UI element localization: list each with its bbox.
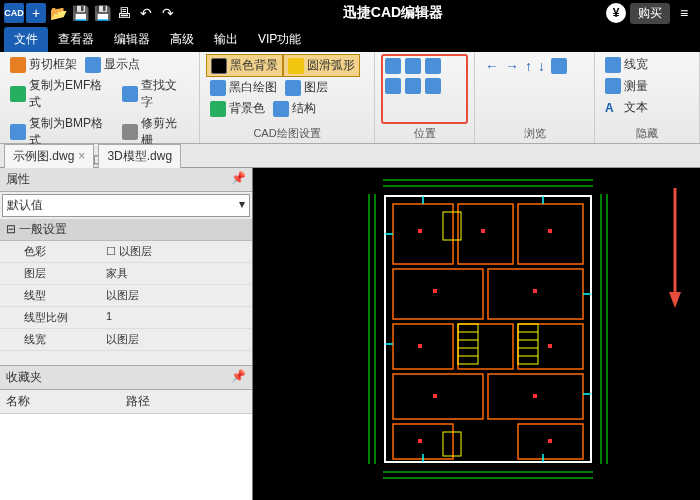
btn-bw-draw[interactable]: 黑白绘图 <box>206 77 281 98</box>
open-icon[interactable]: 📂 <box>48 3 68 23</box>
drawing-canvas[interactable] <box>253 168 700 500</box>
svg-rect-36 <box>518 324 538 364</box>
svg-rect-13 <box>518 204 583 264</box>
menu-icon[interactable]: ≡ <box>674 3 694 23</box>
tab-output[interactable]: 输出 <box>204 27 248 52</box>
prop-row-layer[interactable]: 图层家具 <box>0 263 252 285</box>
general-settings-header[interactable]: ⊟ 一般设置 <box>0 219 252 241</box>
prop-row-ltscale[interactable]: 线型比例1 <box>0 307 252 329</box>
tab-vip[interactable]: VIP功能 <box>248 27 311 52</box>
app-logo: CAD <box>4 3 24 23</box>
pos-icon-5[interactable] <box>405 78 421 94</box>
ribbon-group-tools: 剪切框架 显示点 复制为EMF格式 查找文字 复制为BMP格式 修剪光栅 工具 <box>0 52 200 143</box>
pin-icon[interactable]: 📌 <box>231 369 246 386</box>
btn-linewidth[interactable]: 线宽 <box>601 54 652 75</box>
ribbon-group-hide: 线宽 测量 A文本 隐藏 <box>595 52 700 143</box>
svg-rect-15 <box>488 269 583 319</box>
btn-structure[interactable]: 结构 <box>269 98 320 119</box>
arc-icon <box>288 58 304 74</box>
save-icon[interactable]: 💾 <box>70 3 90 23</box>
properties-table: 色彩☐ 以图层 图层家具 线型以图层 线型比例1 线宽以图层 <box>0 241 252 351</box>
bmp-icon <box>10 124 26 140</box>
btn-black-bg[interactable]: 黑色背景 <box>206 54 283 77</box>
ribbon-group-browse: ← → ↑ ↓ 浏览 <box>475 52 595 143</box>
btn-smooth-arc[interactable]: 圆滑弧形 <box>283 54 360 77</box>
undo-icon[interactable]: ↶ <box>136 3 156 23</box>
pos-icon-3[interactable] <box>425 58 441 74</box>
pos-icon-4[interactable] <box>385 78 401 94</box>
close-tab-icon[interactable]: × <box>78 149 85 163</box>
svg-rect-42 <box>443 432 461 456</box>
doctab-example[interactable]: 示例图.dwg× <box>4 144 94 168</box>
prop-row-linetype[interactable]: 线型以图层 <box>0 285 252 307</box>
saveall-icon[interactable]: 💾 <box>92 3 112 23</box>
tab-viewer[interactable]: 查看器 <box>48 27 104 52</box>
btn-layers[interactable]: 图层 <box>281 77 332 98</box>
nav-extra-icon[interactable] <box>551 58 567 74</box>
svg-rect-11 <box>393 204 453 264</box>
prop-row-lineweight[interactable]: 线宽以图层 <box>0 329 252 351</box>
ribbon-group-cad-settings: 黑色背景 圆滑弧形 黑白绘图 图层 背景色 结构 CAD绘图设置 <box>200 52 375 143</box>
ribbon: 剪切框架 显示点 复制为EMF格式 查找文字 复制为BMP格式 修剪光栅 工具 … <box>0 52 700 144</box>
svg-rect-48 <box>418 344 422 348</box>
annotation-arrow <box>668 188 682 308</box>
btn-find-text[interactable]: 查找文字 <box>118 75 193 113</box>
structure-icon <box>273 101 289 117</box>
svg-rect-52 <box>418 439 422 443</box>
svg-rect-43 <box>418 229 422 233</box>
name-column: 名称 <box>6 393 126 410</box>
svg-rect-31 <box>458 324 478 364</box>
nav-up-icon[interactable]: ↑ <box>525 58 532 74</box>
favorites-columns: 名称 路径 <box>0 390 252 414</box>
pos-icon-6[interactable] <box>425 78 441 94</box>
btn-text[interactable]: A文本 <box>601 97 652 118</box>
points-icon <box>85 57 101 73</box>
btn-crop-frame[interactable]: 剪切框架 <box>6 54 81 75</box>
group-label-hide: 隐藏 <box>601 124 693 143</box>
ribbon-group-position: 位置 <box>375 52 475 143</box>
properties-panel-title: 属性 📌 <box>0 168 252 192</box>
bw-icon <box>210 80 226 96</box>
buy-button[interactable]: 购买 <box>630 3 670 24</box>
nav-left-icon[interactable]: ← <box>485 58 499 74</box>
tab-file[interactable]: 文件 <box>4 27 48 52</box>
new-icon[interactable]: + <box>26 3 46 23</box>
svg-rect-50 <box>433 394 437 398</box>
floorplan-drawing <box>363 174 613 484</box>
menu-tabs: 文件 查看器 编辑器 高级 输出 VIP功能 <box>0 26 700 52</box>
blackbg-icon <box>211 58 227 74</box>
btn-bg-color[interactable]: 背景色 <box>206 98 269 119</box>
svg-rect-47 <box>533 289 537 293</box>
doctab-3dmodel[interactable]: 3D模型.dwg <box>98 144 181 168</box>
tab-advanced[interactable]: 高级 <box>160 27 204 52</box>
pos-icon-1[interactable] <box>385 58 401 74</box>
svg-rect-45 <box>548 229 552 233</box>
svg-rect-19 <box>393 374 483 419</box>
nav-down-icon[interactable]: ↓ <box>538 58 545 74</box>
btn-show-points[interactable]: 显示点 <box>81 54 144 75</box>
layers-icon <box>285 80 301 96</box>
find-icon <box>122 86 138 102</box>
bgcolor-icon <box>210 101 226 117</box>
default-value-dropdown[interactable]: 默认值 ▾ <box>2 194 250 217</box>
nav-right-icon[interactable]: → <box>505 58 519 74</box>
pos-icon-2[interactable] <box>405 58 421 74</box>
favorites-list[interactable] <box>0 414 252 500</box>
svg-rect-16 <box>393 324 453 369</box>
emf-icon <box>10 86 26 102</box>
currency-icon[interactable]: ¥ <box>606 3 626 23</box>
btn-measure[interactable]: 测量 <box>601 76 652 97</box>
print-icon[interactable]: 🖶 <box>114 3 134 23</box>
main-area: 属性 📌 默认值 ▾ ⊟ 一般设置 色彩☐ 以图层 图层家具 线型以图层 线型比… <box>0 168 700 500</box>
linewidth-icon <box>605 57 621 73</box>
tab-editor[interactable]: 编辑器 <box>104 27 160 52</box>
measure-icon <box>605 78 621 94</box>
prop-row-color[interactable]: 色彩☐ 以图层 <box>0 241 252 263</box>
btn-copy-emf[interactable]: 复制为EMF格式 <box>6 75 118 113</box>
redo-icon[interactable]: ↷ <box>158 3 178 23</box>
pin-icon[interactable]: 📌 <box>231 171 246 188</box>
group-label-position: 位置 <box>381 124 468 143</box>
svg-rect-17 <box>458 324 513 369</box>
svg-rect-12 <box>458 204 513 264</box>
text-icon: A <box>605 101 621 115</box>
